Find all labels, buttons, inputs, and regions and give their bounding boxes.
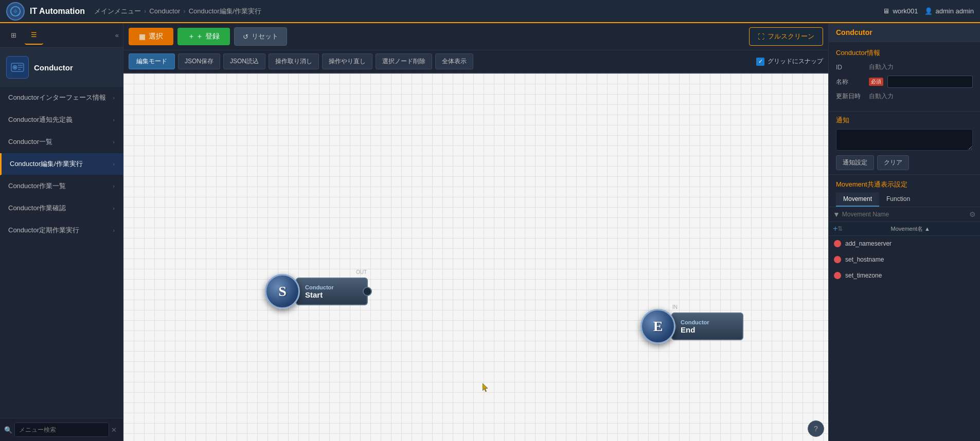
show-all-button[interactable]: 全体表示 bbox=[435, 53, 473, 69]
search-clear-icon[interactable]: ✕ bbox=[109, 426, 119, 434]
grid-snap-label: グリッドにスナップ bbox=[768, 57, 823, 66]
start-node-letter: S bbox=[278, 283, 287, 300]
app-header: IT Automation メインメニュー › Conductor › Cond… bbox=[0, 0, 980, 23]
end-node-in-label: IN bbox=[672, 304, 678, 310]
end-node-label-main: End bbox=[681, 325, 738, 334]
sidebar-item-scheduled[interactable]: Conductor定期作業実行 › bbox=[0, 219, 123, 242]
clear-button[interactable]: クリア bbox=[877, 155, 909, 170]
sidebar-item-list-label: Conductor一覧 bbox=[8, 137, 52, 146]
filter-settings-icon[interactable]: ⚙ bbox=[969, 210, 976, 218]
select-button[interactable]: ▦ 選択 bbox=[129, 28, 173, 45]
header-right: 🖥 work001 👤 admin admin bbox=[883, 7, 974, 15]
redo-button[interactable]: 操作やり直し bbox=[322, 53, 372, 69]
right-panel-title: Condcutor bbox=[829, 23, 980, 42]
search-icon: 🔍 bbox=[4, 426, 12, 434]
start-node-connector-out[interactable] bbox=[363, 287, 372, 296]
grid-snap-checkbox[interactable]: ✓ bbox=[756, 58, 764, 66]
breadcrumb-conductor[interactable]: Conductor bbox=[149, 7, 180, 15]
sidebar-item-notification-def[interactable]: Conductor通知先定義 › bbox=[0, 109, 123, 131]
sidebar-item-interface[interactable]: Conductorインターフェース情報 › bbox=[0, 87, 123, 109]
start-node-circle: S bbox=[265, 274, 300, 309]
notification-input[interactable] bbox=[836, 129, 973, 151]
movement-name: add_nameserver bbox=[845, 240, 975, 247]
sidebar-item-work-list-label: Conductor作業一覧 bbox=[8, 181, 66, 191]
field-name-label: 名称 bbox=[836, 78, 865, 86]
right-panel: Condcutor Conductor情報 ID 自動入力 名称 必須 更新日時… bbox=[828, 23, 980, 441]
workspace-icon: 🖥 bbox=[883, 7, 889, 15]
main-toolbar: ▦ 選択 ＋ ＋ 登録 ↺ リセット ⛶ フルスクリーン bbox=[123, 23, 828, 50]
fullscreen-icon: ⛶ bbox=[758, 33, 764, 41]
breadcrumb-main[interactable]: メインメニュー bbox=[94, 7, 141, 16]
sidebar-item-work-list[interactable]: Conductor作業一覧 › bbox=[0, 175, 123, 197]
edit-mode-button[interactable]: 編集モード bbox=[129, 53, 175, 69]
notification-section: 通知 通知設定 クリア bbox=[829, 112, 980, 175]
canvas-area[interactable]: S OUT Conductor Start E IN Conductor End bbox=[123, 74, 828, 441]
sidebar-item-edit[interactable]: Conductor編集/作業実行 › bbox=[0, 153, 123, 175]
user-info: 👤 admin admin bbox=[924, 7, 974, 15]
main-layout: ⊞ ☰ « Conductor Conductorインターフェース情報 › bbox=[0, 23, 980, 441]
movement-column-label: Movement名 ▲ bbox=[845, 225, 976, 233]
tab-function[interactable]: Function bbox=[879, 192, 917, 207]
movement-filter-input[interactable] bbox=[842, 211, 967, 218]
field-name: 名称 必須 bbox=[836, 76, 973, 88]
sidebar-item-list-arrow: › bbox=[113, 139, 115, 145]
sidebar-item-work-confirm-arrow: › bbox=[113, 205, 115, 211]
user-icon: 👤 bbox=[924, 7, 933, 15]
content-area: ▦ 選択 ＋ ＋ 登録 ↺ リセット ⛶ フルスクリーン 編集モード JSON保… bbox=[123, 23, 828, 441]
delete-selected-button[interactable]: 選択ノード削除 bbox=[376, 53, 432, 69]
movement-tabs: Movement Function bbox=[829, 192, 980, 207]
sidebar-item-work-confirm[interactable]: Conductor作業確認 › bbox=[0, 197, 123, 219]
movement-add-button[interactable]: + bbox=[833, 224, 838, 233]
end-node-label-top: Conductor bbox=[681, 319, 738, 325]
breadcrumb: メインメニュー › Conductor › Conductor編集/作業実行 bbox=[94, 7, 261, 16]
mouse-cursor bbox=[483, 383, 489, 390]
sidebar-list-icon[interactable]: ☰ bbox=[25, 26, 43, 45]
movement-display-title: Movement共通表示設定 bbox=[829, 175, 980, 192]
conductor-start-node[interactable]: S OUT Conductor Start bbox=[265, 274, 368, 309]
json-load-button[interactable]: JSON読込 bbox=[223, 53, 265, 69]
list-item[interactable]: set_hostname bbox=[829, 252, 980, 268]
sidebar-item-list[interactable]: Conductor一覧 › bbox=[0, 131, 123, 153]
end-node-letter: E bbox=[653, 318, 663, 335]
movement-color-dot bbox=[834, 256, 841, 263]
sidebar-item-interface-arrow: › bbox=[113, 95, 115, 101]
register-icon: ＋ bbox=[188, 32, 195, 41]
field-id: ID 自動入力 bbox=[836, 63, 973, 71]
start-node-out-label: OUT bbox=[356, 269, 367, 275]
user-name: admin admin bbox=[936, 7, 974, 15]
notification-title: 通知 bbox=[836, 116, 973, 125]
list-item[interactable]: set_timezone bbox=[829, 268, 980, 284]
register-button[interactable]: ＋ ＋ 登録 bbox=[177, 28, 230, 45]
field-updated-label: 更新日時 bbox=[836, 92, 865, 101]
help-button[interactable]: ? bbox=[808, 420, 824, 437]
sidebar-item-work-list-arrow: › bbox=[113, 183, 115, 189]
notification-settings-button[interactable]: 通知設定 bbox=[836, 155, 874, 170]
movement-list-header: + ⇅ Movement名 ▲ bbox=[829, 222, 980, 236]
fullscreen-button[interactable]: ⛶ フルスクリーン bbox=[749, 27, 823, 46]
list-item[interactable]: add_nameserver bbox=[829, 236, 980, 252]
start-node-body: OUT Conductor Start bbox=[296, 278, 368, 305]
sidebar-item-edit-label: Conductor編集/作業実行 bbox=[10, 159, 83, 169]
app-logo bbox=[6, 2, 25, 21]
undo-button[interactable]: 操作取り消し bbox=[269, 53, 319, 69]
json-save-button[interactable]: JSON保存 bbox=[178, 53, 220, 69]
movement-name: set_timezone bbox=[845, 272, 975, 279]
workspace-name: work001 bbox=[893, 7, 918, 15]
conductor-info-title: Conductor情報 bbox=[836, 48, 973, 58]
sidebar-search: 🔍 ✕ bbox=[0, 418, 123, 441]
breadcrumb-sep1: › bbox=[144, 7, 146, 15]
sidebar-item-work-confirm-label: Conductor作業確認 bbox=[8, 204, 66, 213]
sidebar-item-notification-def-arrow: › bbox=[113, 117, 115, 123]
end-node-body: IN Conductor End bbox=[671, 313, 743, 340]
field-id-value: 自動入力 bbox=[869, 63, 894, 71]
search-input[interactable] bbox=[14, 422, 109, 437]
sidebar: ⊞ ☰ « Conductor Conductorインターフェース情報 › bbox=[0, 23, 123, 441]
field-updated: 更新日時 自動入力 bbox=[836, 92, 973, 101]
sidebar-item-edit-arrow: › bbox=[113, 161, 115, 167]
sidebar-collapse-btn[interactable]: « bbox=[115, 31, 119, 39]
name-input[interactable] bbox=[887, 76, 973, 88]
sidebar-grid-icon[interactable]: ⊞ bbox=[4, 26, 23, 45]
conductor-end-node[interactable]: E IN Conductor End bbox=[640, 309, 743, 344]
reset-button[interactable]: ↺ リセット bbox=[234, 27, 287, 46]
tab-movement[interactable]: Movement bbox=[836, 192, 879, 207]
